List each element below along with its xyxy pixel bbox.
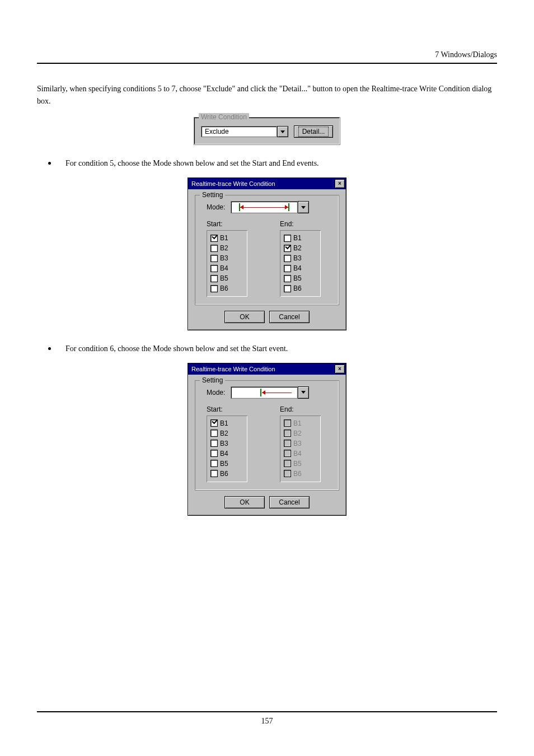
- close-button[interactable]: ×: [335, 179, 345, 188]
- checkbox-icon: [284, 470, 291, 477]
- cancel-button-label: Cancel: [279, 313, 299, 321]
- checkbox-label: B6: [220, 284, 228, 292]
- checkbox-icon: [210, 245, 218, 252]
- dialog-title: Realtime-trace Write Condition: [191, 366, 275, 372]
- checkbox-icon: [210, 460, 218, 467]
- checkbox-b2[interactable]: B2: [210, 428, 244, 438]
- checkbox-label: B3: [293, 440, 302, 447]
- cancel-button[interactable]: Cancel: [269, 311, 310, 323]
- checkbox-b1[interactable]: B1: [210, 233, 244, 243]
- checkbox-b4[interactable]: B4: [210, 263, 244, 273]
- start-label: Start:: [207, 220, 259, 228]
- setting-groupbox: Setting Mode:: [195, 380, 339, 491]
- realtime-trace-dialog-b: Realtime-trace Write Condition × Setting…: [188, 363, 346, 516]
- checkbox-label: B3: [220, 440, 228, 447]
- checkbox-icon: [284, 275, 291, 282]
- checkbox-label: B5: [293, 274, 302, 282]
- checkbox-label: B1: [220, 234, 228, 242]
- dialog-title: Realtime-trace Write Condition: [191, 180, 275, 187]
- dropdown-button[interactable]: [298, 386, 309, 399]
- close-button[interactable]: ×: [335, 365, 345, 374]
- page-header: 7 Windows/Dialogs: [37, 50, 497, 64]
- dropdown-button[interactable]: [277, 126, 288, 137]
- end-list: B1B2B3B4B5B6: [280, 230, 321, 297]
- bullet-dot-icon: [48, 347, 51, 350]
- end-label: End:: [280, 220, 332, 228]
- bullet-condition6: For condition 6, choose the Mode shown b…: [48, 343, 497, 355]
- mode-label: Mode:: [207, 203, 225, 211]
- checkbox-b2: B2: [284, 428, 317, 438]
- checkbox-label: B2: [293, 430, 302, 437]
- mode-diagram-between: [231, 201, 298, 213]
- write-condition-groupbox: Exclude Detail...: [194, 117, 340, 145]
- checkbox-b4[interactable]: B4: [210, 449, 244, 459]
- checkbox-b6[interactable]: B6: [210, 469, 244, 479]
- ok-button[interactable]: OK: [224, 311, 265, 323]
- checkbox-label: B3: [293, 254, 302, 262]
- write-condition-value: Exclude: [201, 126, 277, 137]
- setting-legend: Setting: [200, 191, 225, 199]
- checkbox-label: B4: [293, 450, 302, 458]
- checkbox-b3[interactable]: B3: [210, 253, 244, 263]
- checkbox-icon: [284, 285, 291, 292]
- dropdown-button[interactable]: [298, 201, 309, 213]
- checkbox-b1: B1: [284, 418, 317, 428]
- chevron-down-icon: [301, 206, 306, 209]
- checkbox-label: B1: [293, 419, 302, 427]
- checkbox-b2[interactable]: B2: [284, 243, 317, 253]
- end-list: B1B2B3B4B5B6: [280, 416, 321, 482]
- arrow-left-icon: [240, 205, 243, 209]
- checkbox-label: B6: [293, 284, 302, 292]
- chevron-down-icon: [301, 391, 306, 394]
- checkbox-icon: [284, 265, 291, 272]
- intro-paragraph: Similarly, when specifying conditions 5 …: [37, 83, 497, 107]
- checkbox-icon: [284, 419, 291, 427]
- checkbox-icon: [284, 430, 291, 437]
- arrow-left-icon: [262, 390, 265, 395]
- checkbox-b2[interactable]: B2: [210, 243, 244, 253]
- titlebar: Realtime-trace Write Condition ×: [188, 178, 346, 189]
- checkbox-label: B2: [293, 244, 302, 252]
- checkbox-b6[interactable]: B6: [284, 283, 317, 293]
- titlebar: Realtime-trace Write Condition ×: [188, 363, 346, 375]
- checkbox-label: B1: [293, 234, 302, 242]
- checkbox-b5[interactable]: B5: [210, 459, 244, 469]
- mode-label: Mode:: [207, 389, 225, 396]
- start-list: B1B2B3B4B5B6: [207, 416, 247, 482]
- ok-button[interactable]: OK: [224, 496, 265, 508]
- checkbox-icon: [284, 460, 291, 467]
- page: 7 Windows/Dialogs Similarly, when specif…: [0, 0, 534, 756]
- dialog-condition5-figure: Realtime-trace Write Condition × Setting…: [37, 178, 497, 330]
- mode-select[interactable]: [231, 201, 309, 213]
- checkbox-b5[interactable]: B5: [284, 273, 317, 283]
- checkbox-icon: [210, 470, 218, 477]
- checkbox-icon: [210, 450, 218, 457]
- checkbox-icon: [210, 235, 218, 242]
- checkbox-label: B4: [293, 264, 302, 272]
- chevron-down-icon: [280, 130, 285, 133]
- checkbox-icon: [210, 440, 218, 447]
- checkbox-b4[interactable]: B4: [284, 263, 317, 273]
- checkbox-b4: B4: [284, 449, 317, 459]
- close-icon: ×: [338, 181, 341, 186]
- checkbox-label: B4: [220, 264, 228, 272]
- write-condition-figure: Exclude Detail...: [37, 117, 497, 145]
- start-label: Start:: [207, 405, 259, 413]
- checkbox-b3[interactable]: B3: [210, 438, 244, 449]
- detail-button-label: Detail...: [298, 127, 329, 137]
- checkbox-b3[interactable]: B3: [284, 253, 317, 263]
- checkbox-b6[interactable]: B6: [210, 283, 244, 293]
- detail-button[interactable]: Detail...: [294, 125, 333, 138]
- checkbox-icon: [284, 255, 291, 262]
- checkbox-icon: [210, 265, 218, 272]
- checkbox-icon: [284, 450, 291, 457]
- checkbox-b1[interactable]: B1: [210, 418, 244, 428]
- mode-select[interactable]: [231, 386, 309, 399]
- write-condition-select[interactable]: Exclude: [201, 126, 288, 137]
- checkbox-b5[interactable]: B5: [210, 273, 244, 283]
- checkbox-label: B2: [220, 430, 228, 437]
- checkbox-label: B5: [220, 460, 228, 468]
- checkbox-icon: [284, 235, 291, 242]
- checkbox-b1[interactable]: B1: [284, 233, 317, 243]
- cancel-button[interactable]: Cancel: [269, 496, 310, 508]
